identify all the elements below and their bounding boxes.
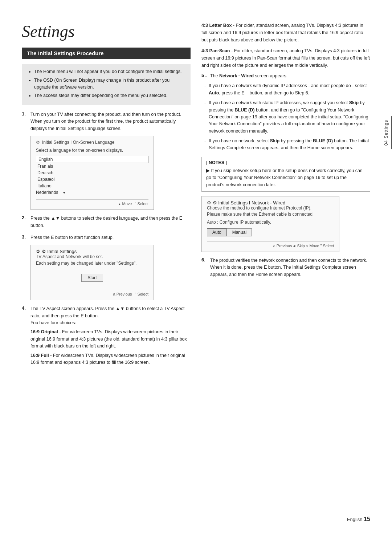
panscan-section: 4:3 Pan-Scan - For older, standard scree… bbox=[201, 47, 370, 69]
network-footer-text: a Previous◄ Skip < Move " Select bbox=[273, 244, 334, 248]
screen-footer: ⬥ Move " Select bbox=[36, 199, 148, 206]
footer-page-number: 15 bbox=[364, 516, 370, 522]
screen-footer-select: " Select bbox=[135, 202, 148, 206]
auto-manual-buttons: Auto Manual bbox=[207, 228, 334, 236]
info-box: The Home menu will not appear if you do … bbox=[22, 64, 191, 105]
step-2: 2. Press the ▲▼ buttons to select the de… bbox=[22, 215, 191, 229]
step-3-number: 3. bbox=[22, 234, 28, 240]
network-screen-title-text: ⚙ Initial Settings I Network - Wired bbox=[213, 200, 286, 206]
dash-item-3: If you have no network, select Skip by p… bbox=[204, 138, 370, 152]
network-line3: Auto : Configure IP automatically. bbox=[207, 220, 334, 225]
language-item-english: English bbox=[36, 156, 148, 163]
step-1-number: 1. bbox=[22, 111, 28, 117]
aspect-16-9-full: 16:9 Full - For widescreen TVs. Displays… bbox=[30, 352, 191, 366]
notes-box: | NOTES | ▶ If you skip network setup he… bbox=[201, 157, 370, 192]
language-item-espanol: Espaæol bbox=[36, 176, 148, 183]
bullet-list: The Home menu will not appear if you do … bbox=[28, 68, 185, 99]
screen-subtitle: Select a language for the on-screen disp… bbox=[36, 148, 148, 153]
dash-item-2: If you have a network with static IP add… bbox=[204, 99, 370, 135]
main-content: Settings The Initial Settings Procedure … bbox=[22, 22, 370, 515]
step-4: 4. The TV Aspect screen appears. Press t… bbox=[22, 305, 191, 366]
network-screen-footer: a Previous◄ Skip < Move " Select bbox=[207, 241, 334, 248]
step-5-text: The Network - Wired screen appears. bbox=[210, 73, 287, 80]
step-6-number: 6. bbox=[201, 257, 207, 263]
step-6: 6. The product verifies the network conn… bbox=[201, 257, 370, 278]
step-3-text: Press the E button to start function set… bbox=[30, 234, 114, 241]
letterbox-section: 4:3 Letter Box - For older, standard scr… bbox=[201, 22, 370, 44]
step-3-header: 3. Press the E button to start function … bbox=[22, 234, 191, 241]
screen-title-text: Initial Settings I On-Screen Language bbox=[42, 140, 114, 145]
screen2-line1: TV Aspect and Network will be set. bbox=[36, 254, 148, 259]
step-6-text: The product verifies the network connect… bbox=[210, 257, 370, 278]
gear-icon-2: ⚙ bbox=[36, 249, 40, 254]
bullet-item: The Home menu will not appear if you do … bbox=[34, 68, 185, 75]
language-item-italiano: Italiano bbox=[36, 183, 148, 189]
step-1: 1. Turn on your TV after connecting the … bbox=[22, 111, 191, 210]
language-screen: ⚙ Initial Settings I On-Screen Language … bbox=[30, 136, 154, 210]
step-1-header: 1. Turn on your TV after connecting the … bbox=[22, 111, 191, 132]
right-column: 4:3 Letter Box - For older, standard scr… bbox=[201, 22, 370, 515]
screen2-line2: Each setting may be changed later under … bbox=[36, 261, 148, 266]
network-line2: Please make sure that the Ethernet cable… bbox=[207, 212, 334, 217]
step-2-number: 2. bbox=[22, 215, 28, 220]
screen2-footer-select: " Select bbox=[135, 292, 148, 296]
step-5-dash-list: If you have a network with dynamic IP ad… bbox=[204, 82, 370, 151]
initial-settings-title-text: ⚙ Initial Settings bbox=[42, 249, 77, 254]
network-line1: Choose the method to configure Internet … bbox=[207, 206, 334, 211]
gear-icon: ⚙ bbox=[36, 140, 40, 145]
auto-button[interactable]: Auto bbox=[207, 228, 227, 236]
language-item-deutsch: Deutsch bbox=[36, 170, 148, 176]
step-5-header: 5 . The Network - Wired screen appears. bbox=[201, 73, 370, 80]
dash-item-1: If you have a network with dynamic IP ad… bbox=[204, 82, 370, 97]
initial-settings-title: ⚙ ⚙ Initial Settings bbox=[36, 249, 148, 254]
section-header: The Initial Settings Procedure bbox=[22, 48, 191, 59]
manual-button[interactable]: Manual bbox=[227, 228, 252, 236]
footer-english: English bbox=[347, 517, 363, 522]
page-footer: English 15 bbox=[347, 516, 370, 522]
screen2-footer: a Previous " Select bbox=[36, 290, 148, 296]
language-item-french: Fran ais bbox=[36, 163, 148, 170]
page-container: 04 Settings Settings The Initial Setting… bbox=[0, 0, 392, 537]
step-4-text: The TV Aspect screen appears. Press the … bbox=[30, 306, 185, 318]
step-3: 3. Press the E button to start function … bbox=[22, 234, 191, 300]
network-screen: ⚙ ⚙ Initial Settings I Network - Wired C… bbox=[201, 196, 339, 252]
notes-text: ▶ If you skip network setup here or the … bbox=[206, 167, 366, 188]
step-1-text: Turn on your TV after connecting the pro… bbox=[30, 111, 191, 132]
initial-settings-screen: ⚙ ⚙ Initial Settings TV Aspect and Netwo… bbox=[30, 245, 154, 300]
step-2-text: Press the ▲▼ buttons to select the desir… bbox=[30, 215, 191, 229]
network-screen-title: ⚙ ⚙ Initial Settings I Network - Wired bbox=[207, 200, 334, 206]
panscan-title: 4:3 Pan-Scan bbox=[201, 48, 230, 53]
start-button-container: Start bbox=[36, 270, 148, 285]
language-list: English Fran ais Deutsch Espaæol Italian… bbox=[36, 156, 148, 196]
step-4-header: 4. The TV Aspect screen appears. Press t… bbox=[22, 305, 191, 326]
aspect-16-9-original: 16:9 Original - For widescreen TVs. Disp… bbox=[30, 329, 191, 350]
step-5-number: 5 . bbox=[201, 73, 207, 78]
step-2-header: 2. Press the ▲▼ buttons to select the de… bbox=[22, 215, 191, 229]
bullet-item: The access steps may differ depending on… bbox=[34, 92, 185, 99]
side-tab: 04 Settings bbox=[381, 116, 392, 149]
language-item-nederlands: Nederlands ▼ bbox=[36, 189, 148, 196]
step-5: 5 . The Network - Wired screen appears. … bbox=[201, 73, 370, 152]
gear-icon-3: ⚙ bbox=[207, 200, 211, 206]
start-button[interactable]: Start bbox=[81, 274, 103, 282]
notes-title: | NOTES | bbox=[206, 160, 366, 165]
screen-title: ⚙ Initial Settings I On-Screen Language bbox=[36, 140, 148, 145]
step-4-number: 4. bbox=[22, 305, 28, 311]
screen-footer-move: ⬥ Move bbox=[118, 202, 132, 206]
screen2-footer-previous: a Previous bbox=[113, 292, 132, 296]
bullet-item: The OSD (On Screen Display) may change i… bbox=[34, 77, 185, 91]
page-title: Settings bbox=[22, 22, 191, 41]
step-6-header: 6. The product verifies the network conn… bbox=[201, 257, 370, 278]
letterbox-title: 4:3 Letter Box bbox=[201, 23, 232, 28]
left-column: Settings The Initial Settings Procedure … bbox=[22, 22, 191, 515]
step-4-sub: You have four choices: bbox=[30, 320, 76, 325]
